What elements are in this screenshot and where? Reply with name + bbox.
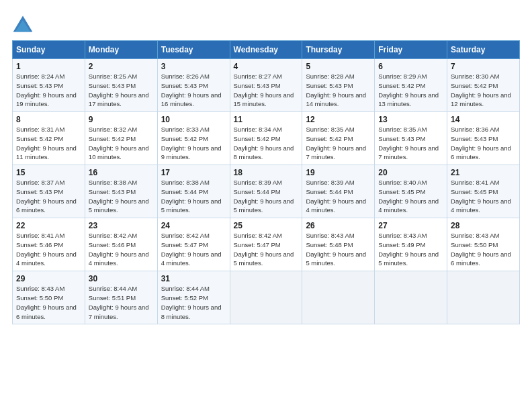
day-cell: 17 Sunrise: 8:38 AMSunset: 5:44 PMDaylig… xyxy=(157,165,230,218)
day-number: 8 xyxy=(16,115,81,124)
day-number: 29 xyxy=(16,274,81,283)
day-info: Sunrise: 8:35 AMSunset: 5:43 PMDaylight:… xyxy=(378,126,439,161)
col-header-saturday: Saturday xyxy=(447,41,520,59)
day-number: 28 xyxy=(451,221,516,230)
day-cell: 21 Sunrise: 8:41 AMSunset: 5:45 PMDaylig… xyxy=(447,165,520,218)
day-cell xyxy=(230,271,302,324)
day-info: Sunrise: 8:44 AMSunset: 5:52 PMDaylight:… xyxy=(161,285,222,320)
day-info: Sunrise: 8:43 AMSunset: 5:49 PMDaylight:… xyxy=(378,232,439,267)
day-info: Sunrise: 8:43 AMSunset: 5:48 PMDaylight:… xyxy=(306,232,366,267)
day-info: Sunrise: 8:29 AMSunset: 5:42 PMDaylight:… xyxy=(378,73,439,107)
day-number: 4 xyxy=(234,62,299,71)
day-cell: 1 Sunrise: 8:24 AMSunset: 5:43 PMDayligh… xyxy=(13,59,85,112)
day-number: 24 xyxy=(161,221,226,230)
day-cell: 22 Sunrise: 8:41 AMSunset: 5:46 PMDaylig… xyxy=(13,218,85,271)
day-info: Sunrise: 8:41 AMSunset: 5:45 PMDaylight:… xyxy=(451,179,511,214)
day-cell xyxy=(447,271,520,324)
logo-icon xyxy=(12,15,34,36)
day-number: 18 xyxy=(234,168,299,177)
day-cell: 6 Sunrise: 8:29 AMSunset: 5:42 PMDayligh… xyxy=(375,59,447,112)
day-number: 14 xyxy=(451,115,516,124)
day-info: Sunrise: 8:39 AMSunset: 5:44 PMDaylight:… xyxy=(234,179,294,214)
day-cell xyxy=(375,271,447,324)
day-cell: 18 Sunrise: 8:39 AMSunset: 5:44 PMDaylig… xyxy=(230,165,302,218)
day-number: 23 xyxy=(89,221,154,230)
day-cell: 29 Sunrise: 8:43 AMSunset: 5:50 PMDaylig… xyxy=(13,271,85,324)
day-info: Sunrise: 8:42 AMSunset: 5:46 PMDaylight:… xyxy=(89,232,149,267)
day-number: 19 xyxy=(306,168,371,177)
day-number: 22 xyxy=(16,221,81,230)
week-row-5: 29 Sunrise: 8:43 AMSunset: 5:50 PMDaylig… xyxy=(13,271,520,324)
day-info: Sunrise: 8:28 AMSunset: 5:43 PMDaylight:… xyxy=(306,73,366,107)
day-info: Sunrise: 8:33 AMSunset: 5:42 PMDaylight:… xyxy=(161,126,222,161)
day-info: Sunrise: 8:34 AMSunset: 5:42 PMDaylight:… xyxy=(234,126,294,161)
day-info: Sunrise: 8:36 AMSunset: 5:43 PMDaylight:… xyxy=(451,126,511,161)
day-number: 21 xyxy=(451,168,516,177)
day-number: 10 xyxy=(161,115,226,124)
day-cell: 10 Sunrise: 8:33 AMSunset: 5:42 PMDaylig… xyxy=(157,112,230,165)
day-cell: 20 Sunrise: 8:40 AMSunset: 5:45 PMDaylig… xyxy=(375,165,447,218)
day-cell: 7 Sunrise: 8:30 AMSunset: 5:42 PMDayligh… xyxy=(447,59,520,112)
header xyxy=(12,12,520,36)
day-info: Sunrise: 8:42 AMSunset: 5:47 PMDaylight:… xyxy=(161,232,222,267)
day-cell: 14 Sunrise: 8:36 AMSunset: 5:43 PMDaylig… xyxy=(447,112,520,165)
day-cell: 28 Sunrise: 8:43 AMSunset: 5:50 PMDaylig… xyxy=(447,218,520,271)
calendar-table: SundayMondayTuesdayWednesdayThursdayFrid… xyxy=(12,40,520,324)
day-info: Sunrise: 8:30 AMSunset: 5:42 PMDaylight:… xyxy=(451,73,511,107)
week-row-4: 22 Sunrise: 8:41 AMSunset: 5:46 PMDaylig… xyxy=(13,218,520,271)
calendar-header: SundayMondayTuesdayWednesdayThursdayFrid… xyxy=(13,41,520,59)
day-number: 27 xyxy=(378,221,443,230)
day-cell: 5 Sunrise: 8:28 AMSunset: 5:43 PMDayligh… xyxy=(302,59,375,112)
day-info: Sunrise: 8:35 AMSunset: 5:42 PMDaylight:… xyxy=(306,126,366,161)
day-info: Sunrise: 8:27 AMSunset: 5:43 PMDaylight:… xyxy=(234,73,294,107)
day-info: Sunrise: 8:32 AMSunset: 5:42 PMDaylight:… xyxy=(89,126,149,161)
calendar-body: 1 Sunrise: 8:24 AMSunset: 5:43 PMDayligh… xyxy=(13,59,520,324)
day-number: 2 xyxy=(89,62,154,71)
day-cell: 27 Sunrise: 8:43 AMSunset: 5:49 PMDaylig… xyxy=(375,218,447,271)
col-header-wednesday: Wednesday xyxy=(230,41,302,59)
page: SundayMondayTuesdayWednesdayThursdayFrid… xyxy=(0,0,532,411)
day-info: Sunrise: 8:43 AMSunset: 5:50 PMDaylight:… xyxy=(451,232,511,267)
day-number: 6 xyxy=(378,62,443,71)
col-header-friday: Friday xyxy=(375,41,447,59)
day-info: Sunrise: 8:37 AMSunset: 5:43 PMDaylight:… xyxy=(16,179,77,214)
day-cell: 4 Sunrise: 8:27 AMSunset: 5:43 PMDayligh… xyxy=(230,59,302,112)
day-number: 12 xyxy=(306,115,371,124)
col-header-tuesday: Tuesday xyxy=(157,41,230,59)
col-header-sunday: Sunday xyxy=(13,41,85,59)
day-number: 15 xyxy=(16,168,81,177)
day-number: 9 xyxy=(89,115,154,124)
day-info: Sunrise: 8:38 AMSunset: 5:44 PMDaylight:… xyxy=(161,179,222,214)
day-cell: 9 Sunrise: 8:32 AMSunset: 5:42 PMDayligh… xyxy=(85,112,157,165)
day-info: Sunrise: 8:44 AMSunset: 5:51 PMDaylight:… xyxy=(89,285,149,320)
day-info: Sunrise: 8:40 AMSunset: 5:45 PMDaylight:… xyxy=(378,179,439,214)
col-header-thursday: Thursday xyxy=(302,41,375,59)
day-cell: 13 Sunrise: 8:35 AMSunset: 5:43 PMDaylig… xyxy=(375,112,447,165)
week-row-3: 15 Sunrise: 8:37 AMSunset: 5:43 PMDaylig… xyxy=(13,165,520,218)
day-info: Sunrise: 8:42 AMSunset: 5:47 PMDaylight:… xyxy=(234,232,294,267)
day-cell: 11 Sunrise: 8:34 AMSunset: 5:42 PMDaylig… xyxy=(230,112,302,165)
day-cell: 8 Sunrise: 8:31 AMSunset: 5:42 PMDayligh… xyxy=(13,112,85,165)
day-number: 17 xyxy=(161,168,226,177)
day-info: Sunrise: 8:31 AMSunset: 5:42 PMDaylight:… xyxy=(16,126,77,161)
day-cell: 15 Sunrise: 8:37 AMSunset: 5:43 PMDaylig… xyxy=(13,165,85,218)
day-cell: 16 Sunrise: 8:38 AMSunset: 5:43 PMDaylig… xyxy=(85,165,157,218)
day-info: Sunrise: 8:25 AMSunset: 5:43 PMDaylight:… xyxy=(89,73,149,107)
day-info: Sunrise: 8:24 AMSunset: 5:43 PMDaylight:… xyxy=(16,73,77,107)
day-cell: 31 Sunrise: 8:44 AMSunset: 5:52 PMDaylig… xyxy=(157,271,230,324)
day-cell: 24 Sunrise: 8:42 AMSunset: 5:47 PMDaylig… xyxy=(157,218,230,271)
day-number: 25 xyxy=(234,221,299,230)
day-cell: 2 Sunrise: 8:25 AMSunset: 5:43 PMDayligh… xyxy=(85,59,157,112)
day-number: 1 xyxy=(16,62,81,71)
day-number: 13 xyxy=(378,115,443,124)
day-number: 30 xyxy=(89,274,154,283)
week-row-1: 1 Sunrise: 8:24 AMSunset: 5:43 PMDayligh… xyxy=(13,59,520,112)
header-row: SundayMondayTuesdayWednesdayThursdayFrid… xyxy=(13,41,520,59)
day-number: 16 xyxy=(89,168,154,177)
day-info: Sunrise: 8:39 AMSunset: 5:44 PMDaylight:… xyxy=(306,179,366,214)
day-cell: 12 Sunrise: 8:35 AMSunset: 5:42 PMDaylig… xyxy=(302,112,375,165)
day-info: Sunrise: 8:41 AMSunset: 5:46 PMDaylight:… xyxy=(16,232,77,267)
day-number: 26 xyxy=(306,221,371,230)
day-number: 3 xyxy=(161,62,226,71)
week-row-2: 8 Sunrise: 8:31 AMSunset: 5:42 PMDayligh… xyxy=(13,112,520,165)
